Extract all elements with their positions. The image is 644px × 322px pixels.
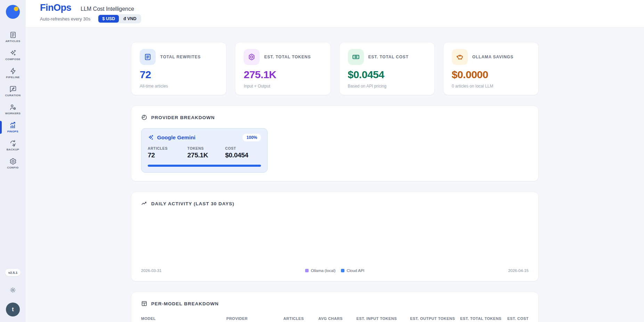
provider-name: Google Gemini — [157, 134, 195, 141]
sidebar-item-label: ARTICLES — [5, 40, 20, 43]
stat-cards-row: TOTAL REWRITES 72 All-time articles EST.… — [131, 42, 539, 95]
trend-line-icon — [141, 200, 147, 207]
sidebar: ARTICLES COMPOSE PIPELINE CURATION WORKE… — [0, 0, 26, 322]
sidebar-item-label: WORKERS — [5, 112, 21, 115]
page-subtitle: LLM Cost Intelligence — [81, 6, 134, 12]
stat-subtitle: 0 articles on local LLM — [452, 84, 530, 89]
stat-card-total-rewrites: TOTAL REWRITES 72 All-time articles — [131, 42, 227, 95]
sidebar-item-finops[interactable]: FINOPS — [0, 120, 26, 134]
section-title: PROVIDER BREAKDOWN — [151, 115, 215, 120]
theme-toggle-sun-icon[interactable] — [9, 287, 16, 294]
sidebar-item-config[interactable]: CONFIG — [0, 156, 26, 171]
stat-card-ollama-savings: OLLAMA SAVINGS $0.0000 0 articles on loc… — [443, 42, 539, 95]
pipeline-icon — [9, 67, 17, 75]
sidebar-item-label: CURATION — [5, 94, 21, 97]
sidebar-item-workers[interactable]: WORKERS — [0, 102, 26, 116]
table-icon — [141, 300, 147, 307]
chart-start-date: 2026-03-31 — [141, 269, 162, 273]
legend-swatch-ollama — [305, 269, 309, 272]
col-output-tokens: EST. OUTPUT TOKENS — [397, 312, 455, 322]
sidebar-item-pipeline[interactable]: PIPELINE — [0, 66, 26, 80]
version-badge: v2.5.1 — [5, 269, 21, 276]
stat-value: 72 — [140, 69, 218, 81]
col-total-tokens: EST. TOTAL TOKENS — [455, 312, 502, 322]
backup-icon — [9, 140, 17, 147]
sidebar-item-compose[interactable]: COMPOSE — [0, 48, 26, 62]
content-scroll-area[interactable]: TOTAL REWRITES 72 All-time articles EST.… — [26, 27, 644, 322]
stat-value: 275.1K — [244, 69, 322, 81]
daily-activity-panel: DAILY ACTIVITY (LAST 30 DAYS) 2026-03-31… — [131, 192, 539, 281]
avatar-initial: t — [12, 306, 14, 313]
chart-end-date: 2026-04-15 — [508, 269, 529, 273]
top-header: FinOps LLM Cost Intelligence Auto-refres… — [26, 0, 644, 27]
sidebar-nav: ARTICLES COMPOSE PIPELINE CURATION WORKE… — [0, 30, 26, 171]
col-cost: EST. COST — [502, 312, 529, 322]
logo-dot — [14, 7, 18, 11]
token-icon — [244, 49, 260, 65]
col-provider: PROVIDER — [226, 312, 273, 322]
section-title: PER-MODEL BREAKDOWN — [151, 301, 219, 306]
sidebar-item-curation[interactable]: CURATION — [0, 84, 26, 98]
page-title: FinOps — [40, 2, 71, 13]
sidebar-item-articles[interactable]: ARTICLES — [0, 30, 26, 44]
table-header-row: MODEL PROVIDER ARTICLES AVG CHARS EST. I… — [141, 312, 529, 322]
sidebar-item-label: CONFIG — [7, 166, 19, 169]
piggy-bank-icon — [452, 49, 468, 65]
sparkle-icon — [148, 134, 154, 141]
provider-cost-value: $0.0454 — [225, 151, 261, 159]
provider-progress-track — [148, 165, 261, 167]
legend-label: Ollama (local) — [311, 269, 335, 273]
legend-label: Cloud API — [347, 269, 364, 273]
stat-label: EST. TOTAL COST — [368, 55, 409, 59]
sidebar-item-label: BACKUP — [7, 148, 19, 151]
main-area: FinOps LLM Cost Intelligence Auto-refres… — [26, 0, 644, 322]
stat-card-total-tokens: EST. TOTAL TOKENS 275.1K Input + Output — [235, 42, 331, 95]
legend-item-ollama: Ollama (local) — [305, 269, 335, 273]
usd-toggle-button[interactable]: $ USD — [98, 15, 119, 23]
stat-subtitle: Based on API pricing — [348, 84, 426, 89]
provider-percent-badge: 100% — [243, 134, 261, 141]
provider-tokens-label: TOKENS — [187, 146, 225, 150]
col-input-tokens: EST. INPUT TOKENS — [343, 312, 397, 322]
currency-toggle: $ USD đ VND — [98, 14, 141, 23]
legend-item-cloud: Cloud API — [341, 269, 364, 273]
compose-icon — [9, 49, 17, 57]
articles-icon — [9, 31, 17, 39]
col-articles: ARTICLES — [273, 312, 304, 322]
provider-progress-fill — [148, 165, 261, 167]
stat-subtitle: All-time articles — [140, 84, 218, 89]
provider-tokens-value: 275.1K — [187, 151, 225, 159]
user-avatar[interactable]: t — [6, 303, 20, 316]
provider-cost-label: COST — [225, 146, 261, 150]
sidebar-item-label: FINOPS — [7, 130, 18, 133]
legend-swatch-cloud — [341, 269, 344, 272]
provider-card-gemini[interactable]: Google Gemini 100% ARTICLES 72 TOKENS 27… — [141, 128, 268, 173]
config-icon — [9, 158, 17, 165]
vnd-toggle-button[interactable]: đ VND — [120, 15, 140, 23]
stat-card-total-cost: EST. TOTAL COST $0.0454 Based on API pri… — [339, 42, 435, 95]
banknote-icon — [348, 49, 364, 65]
document-icon — [140, 49, 156, 65]
col-model: MODEL — [141, 312, 226, 322]
stat-value: $0.0454 — [348, 69, 426, 81]
app-logo[interactable] — [6, 5, 20, 19]
stat-label: EST. TOTAL TOKENS — [264, 55, 311, 59]
finops-icon — [9, 122, 17, 129]
col-avg-chars: AVG CHARS — [304, 312, 343, 322]
curation-icon — [9, 85, 17, 93]
stat-subtitle: Input + Output — [244, 84, 322, 89]
sidebar-item-backup[interactable]: BACKUP — [0, 138, 26, 152]
per-model-breakdown-panel: PER-MODEL BREAKDOWN MODEL PROVIDER ARTIC… — [131, 292, 539, 322]
auto-refresh-note: Auto-refreshes every 30s — [40, 16, 90, 22]
stat-label: TOTAL REWRITES — [160, 55, 201, 59]
section-title: DAILY ACTIVITY (LAST 30 DAYS) — [151, 201, 234, 206]
active-indicator — [0, 121, 2, 134]
provider-articles-label: ARTICLES — [148, 146, 187, 150]
sidebar-item-label: COMPOSE — [5, 58, 21, 61]
workers-icon — [9, 104, 17, 111]
provider-articles-value: 72 — [148, 151, 187, 159]
stat-label: OLLAMA SAVINGS — [472, 55, 514, 59]
chart-legend: Ollama (local) Cloud API — [305, 269, 364, 273]
daily-activity-chart — [141, 211, 529, 266]
sidebar-item-label: PIPELINE — [6, 76, 20, 79]
